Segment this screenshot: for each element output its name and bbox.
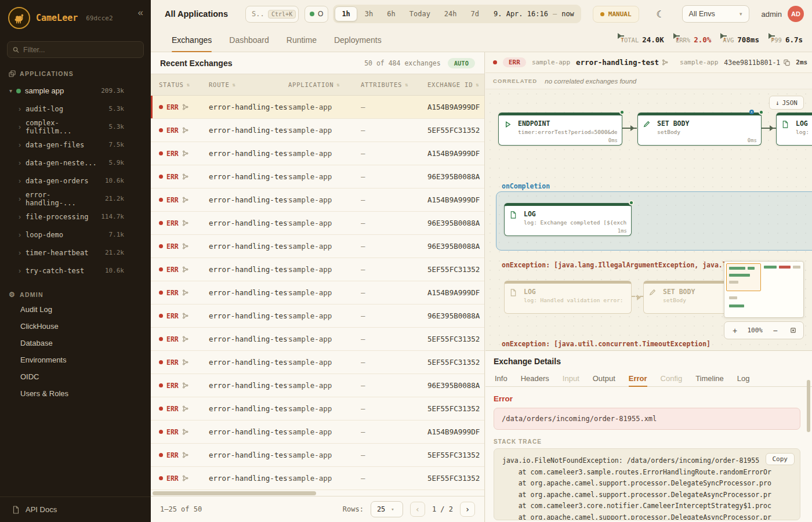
admin-item[interactable]: Database <box>6 335 145 351</box>
time-range-button[interactable]: 1h <box>335 6 357 21</box>
exchange-row[interactable]: ERR error-handling-test sample-app — 5EF… <box>151 444 484 467</box>
user-menu[interactable]: admin AD <box>762 6 804 22</box>
time-range-button[interactable]: 24h <box>438 6 463 21</box>
route-fork-icon <box>182 429 188 435</box>
node-completion-log[interactable]: LOG log: Exchange completed [${exchan 1m… <box>504 203 632 236</box>
vertical-scrollbar[interactable] <box>807 380 810 432</box>
node-log[interactable]: LOG log: Sta <box>776 113 812 146</box>
manual-refresh-button[interactable]: MANUAL <box>593 6 639 23</box>
details-tab[interactable]: Input <box>563 370 579 386</box>
exchange-row[interactable]: ERR error-handling-test sample-app — 5EF… <box>151 328 484 351</box>
exchange-row[interactable]: ERR error-handling-test sample-app — 5EF… <box>151 397 484 420</box>
details-tab[interactable]: Headers <box>521 370 549 386</box>
admin-item[interactable]: Users & Roles <box>6 385 145 402</box>
node-exception-log[interactable]: LOG log: Handled validation error: ${exc… <box>504 281 632 314</box>
exchange-row[interactable]: ERR error-handling-test sample-app — 96E… <box>151 304 484 328</box>
admin-item[interactable]: OIDC <box>6 368 145 385</box>
avatar[interactable]: AD <box>788 6 804 22</box>
admin-item[interactable]: Audit Log <box>6 301 145 318</box>
sidebar-route-item[interactable]: › data-gen-orders 10.6k <box>6 172 145 190</box>
horizontal-scrollbar[interactable] <box>153 491 316 495</box>
exchange-row[interactable]: ERR error-handling-test sample-app — 5EF… <box>151 351 484 374</box>
column-route[interactable]: ROUTE⇅ <box>209 81 288 88</box>
sidebar-route-item[interactable]: › try-catch-test 10.6k <box>6 262 145 280</box>
prev-page-button[interactable]: ‹ <box>410 502 425 517</box>
column-attributes[interactable]: ATTRIBUTES⇅ <box>361 81 427 88</box>
environment-select[interactable]: All Envs ▾ <box>682 5 749 23</box>
copy-icon[interactable] <box>784 59 790 66</box>
exchange-row[interactable]: ERR error-handling-test sample-app — A15… <box>151 142 484 165</box>
exchange-row[interactable]: ERR error-handling-test sample-app — A15… <box>151 281 484 304</box>
sidebar-route-item[interactable]: › loop-demo 7.1k <box>6 226 145 244</box>
status-label: ERR <box>166 474 179 483</box>
exchange-row[interactable]: ERR error-handling-test sample-app — 96E… <box>151 235 484 258</box>
node-set-body[interactable]: SET BODY setBody 0ms <box>637 113 762 146</box>
exchange-row[interactable]: ERR error-handling-test sample-app — A15… <box>151 188 484 212</box>
exchange-row[interactable]: ERR error-handling-test sample-app — 5EF… <box>151 119 484 142</box>
sidebar-route-item[interactable]: › data-gen-files 7.5k <box>6 136 145 154</box>
global-search[interactable]: Ctrl+K <box>245 6 299 23</box>
exchange-row[interactable]: ERR error-handling-test sample-app — A15… <box>151 420 484 444</box>
live-toggle[interactable]: O <box>304 6 328 23</box>
exchange-row[interactable]: ERR error-handling-test sample-app — A15… <box>151 96 484 119</box>
main-tab[interactable]: Exchanges <box>172 28 212 52</box>
column-status[interactable]: STATUS⇅ <box>159 81 209 88</box>
node-endpoint[interactable]: ENDPOINT timer:errorTest?period=5000&del… <box>498 113 622 146</box>
time-range-button[interactable]: 3h <box>358 6 379 21</box>
sidebar-route-item[interactable]: › data-gen-neste... 5.9k <box>6 154 145 172</box>
time-range-button[interactable]: Today <box>403 6 437 21</box>
exchange-id[interactable]: 43ee9811b801-1 <box>724 59 790 67</box>
details-tab[interactable]: Error <box>629 370 647 386</box>
exchange-row[interactable]: ERR error-handling-test sample-app — 96E… <box>151 212 484 235</box>
exchange-row[interactable]: ERR error-handling-test sample-app — 96E… <box>151 374 484 397</box>
attributes-cell: — <box>361 172 427 181</box>
exchange-row[interactable]: ERR error-handling-test sample-app — 96E… <box>151 165 484 188</box>
sidebar-route-item[interactable]: › complex-fulfillm... 5.3k <box>6 118 145 136</box>
admin-item[interactable]: ClickHouse <box>6 318 145 335</box>
admin-item[interactable]: Environments <box>6 351 145 368</box>
zoom-in-button[interactable]: + <box>730 325 740 336</box>
main-tab[interactable]: Dashboard <box>229 28 269 52</box>
exchange-row[interactable]: ERR error-handling-test sample-app — 5EF… <box>151 467 484 490</box>
sidebar-route-item[interactable]: › file-processing 114.7k <box>6 208 145 226</box>
collapse-sidebar-icon[interactable]: « <box>138 7 143 19</box>
zoom-out-button[interactable]: − <box>770 325 781 336</box>
route-name: audit-log <box>26 105 63 113</box>
sidebar-filter-input[interactable] <box>23 46 138 54</box>
exchange-id-cell: A154B9A999DF <box>427 149 484 158</box>
sidebar-app-sample-app[interactable]: ▾ sample app 209.3k <box>6 83 145 99</box>
route-count: 10.6k <box>105 177 124 184</box>
main-tab[interactable]: Runtime <box>287 28 317 52</box>
search-input[interactable] <box>252 10 266 18</box>
time-range-button[interactable]: 6h <box>380 6 401 21</box>
details-tab[interactable]: Config <box>661 370 683 386</box>
route-count: 114.7k <box>101 213 124 220</box>
column-application[interactable]: APPLICATION⇅ <box>288 81 361 88</box>
exchange-row[interactable]: ERR error-handling-test sample-app — 5EF… <box>151 258 484 281</box>
next-page-button[interactable]: › <box>460 502 475 517</box>
column-exchange-id[interactable]: EXCHANGE ID⇅ <box>427 81 484 88</box>
auto-refresh-badge[interactable]: AUTO <box>448 58 475 68</box>
diagram-minimap[interactable] <box>724 261 804 318</box>
rows-per-page-select[interactable]: 25 ▾ <box>371 501 403 517</box>
details-tab[interactable]: Output <box>593 370 615 386</box>
route-cell: error-handling-test <box>209 288 288 297</box>
sidebar-route-item[interactable]: › timer-heartbeat 21.2k <box>6 244 145 262</box>
metric-value: 708ms <box>737 35 759 44</box>
sidebar-route-item[interactable]: › error-handling-... 21.2k <box>6 190 145 208</box>
copy-button[interactable]: Copy <box>766 453 795 465</box>
download-json-button[interactable]: ↓ JSON <box>769 96 804 110</box>
api-docs-link[interactable]: API Docs <box>0 496 151 522</box>
main-tab[interactable]: Deployments <box>334 28 382 52</box>
exchange-id-cell: 96E395B0088A <box>427 242 484 251</box>
route-cell: error-handling-test <box>209 219 288 227</box>
details-tab[interactable]: Info <box>495 370 507 386</box>
time-range-button[interactable]: 7d <box>465 6 485 21</box>
sidebar-route-item[interactable]: › audit-log 5.3k <box>6 100 145 118</box>
dark-mode-toggle[interactable]: ☾ <box>652 5 669 23</box>
date-range[interactable]: 9. Apr. 16:16 — now <box>494 10 574 18</box>
fit-view-button[interactable] <box>788 325 798 336</box>
details-tab[interactable]: Timeline <box>695 370 724 386</box>
route-diagram[interactable]: ↓ JSON ENDPOINT timer:errorTest?period=5… <box>485 89 812 350</box>
details-tab[interactable]: Log <box>737 370 750 386</box>
